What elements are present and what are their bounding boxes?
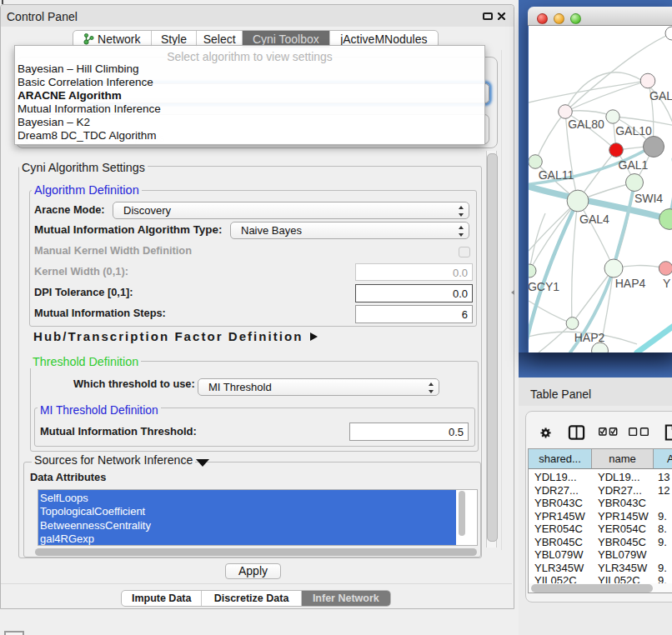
svg-text:HAP4: HAP4 <box>615 277 646 290</box>
svg-text:Y: Y <box>663 277 671 290</box>
svg-text:SWI4: SWI4 <box>634 192 663 205</box>
svg-text:GAL80: GAL80 <box>568 118 604 131</box>
svg-text:GAL4: GAL4 <box>579 212 609 226</box>
svg-text:GAL2: GAL2 <box>649 89 672 102</box>
svg-text:HAP2: HAP2 <box>574 331 605 344</box>
svg-text:GAL1: GAL1 <box>619 158 649 172</box>
svg-text:GCY1: GCY1 <box>529 280 559 293</box>
svg-text:GAL10: GAL10 <box>615 124 652 138</box>
svg-text:GAL11: GAL11 <box>539 168 574 182</box>
